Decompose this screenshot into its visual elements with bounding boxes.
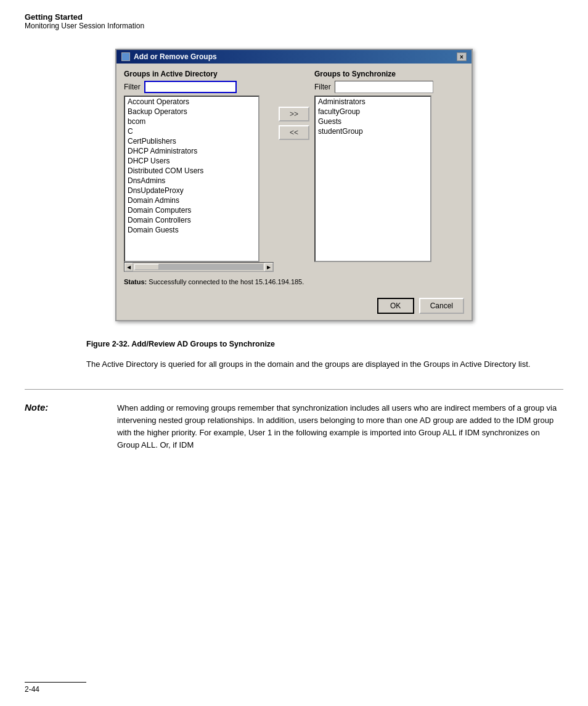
- dialog-body: Groups in Active Directory Filter Accoun…: [116, 64, 472, 293]
- note-label-column: Note:: [25, 402, 99, 452]
- add-remove-groups-dialog: Add or Remove Groups × Groups in Active …: [115, 49, 473, 321]
- list-item[interactable]: Backup Operators: [125, 107, 258, 117]
- dialog-title: Add or Remove Groups: [134, 52, 217, 61]
- list-item[interactable]: Distributed COM Users: [125, 166, 258, 176]
- list-item[interactable]: DHCP Users: [125, 156, 258, 166]
- page-number: 2-44: [25, 685, 39, 694]
- list-item[interactable]: DHCP Administrators: [125, 146, 258, 156]
- list-item[interactable]: DnsAdmins: [125, 176, 258, 186]
- list-item[interactable]: CertPublishers: [125, 136, 258, 146]
- dialog-container: Add or Remove Groups × Groups in Active …: [25, 49, 563, 321]
- right-list-box[interactable]: AdministratorsfacultyGroupGuestsstudentG…: [314, 96, 431, 262]
- note-text: When adding or removing groups remember …: [117, 402, 563, 452]
- move-right-button[interactable]: >>: [279, 107, 309, 121]
- caption-label: Figure 2-32. Add/Review AD Groups to Syn…: [86, 340, 275, 348]
- dialog-columns: Groups in Active Directory Filter Accoun…: [124, 70, 464, 272]
- left-list-box[interactable]: Account OperatorsBackup OperatorsbcomCCe…: [124, 96, 259, 262]
- status-bar: Status: Successfully connected to the ho…: [124, 277, 464, 287]
- list-item[interactable]: Administrators: [316, 97, 430, 107]
- dialog-footer: OK Cancel: [116, 293, 472, 320]
- left-scroll-right-btn[interactable]: ▶: [264, 263, 273, 271]
- right-filter-input[interactable]: [335, 81, 433, 93]
- move-left-button[interactable]: <<: [279, 125, 309, 140]
- status-text: Successfully connected to the host 15.14…: [149, 278, 304, 285]
- figure-caption: Figure 2-32. Add/Review AD Groups to Syn…: [25, 340, 563, 348]
- header-sub-title: Monitoring User Session Information: [25, 22, 563, 30]
- left-filter-label: Filter: [124, 83, 141, 91]
- list-item[interactable]: Domain Guests: [125, 225, 258, 235]
- middle-buttons: >> <<: [279, 70, 309, 140]
- list-item[interactable]: Domain Admins: [125, 195, 258, 205]
- left-scroll-thumb[interactable]: [134, 264, 159, 270]
- left-scroll-track: [134, 264, 263, 270]
- status-label: Status:: [124, 278, 147, 285]
- body-text: The Active Directory is queried for all …: [25, 358, 563, 371]
- cancel-button[interactable]: Cancel: [419, 298, 464, 314]
- list-item[interactable]: Account Operators: [125, 97, 258, 107]
- note-label: Note:: [25, 401, 48, 413]
- right-filter-row: Filter: [314, 81, 464, 93]
- list-item[interactable]: studentGroup: [316, 126, 430, 136]
- dialog-titlebar: Add or Remove Groups ×: [116, 50, 472, 64]
- left-filter-input[interactable]: [144, 81, 237, 93]
- list-item[interactable]: facultyGroup: [316, 107, 430, 117]
- note-section: Note: When adding or removing groups rem…: [25, 389, 563, 452]
- right-filter-label: Filter: [314, 83, 331, 91]
- list-item[interactable]: C: [125, 126, 258, 136]
- list-item[interactable]: DnsUpdateProxy: [125, 186, 258, 195]
- left-scroll-left-btn[interactable]: ◀: [125, 263, 133, 271]
- list-item[interactable]: bcom: [125, 117, 258, 126]
- page-header: Getting Started Monitoring User Session …: [25, 12, 563, 30]
- list-item[interactable]: Domain Controllers: [125, 215, 258, 225]
- left-horizontal-scrollbar[interactable]: ◀ ▶: [124, 262, 274, 272]
- left-panel: Groups in Active Directory Filter Accoun…: [124, 70, 274, 272]
- dialog-close-button[interactable]: ×: [457, 52, 467, 61]
- ok-button[interactable]: OK: [377, 298, 414, 314]
- dialog-title-icon: [121, 52, 130, 61]
- header-bold-title: Getting Started: [25, 12, 563, 22]
- left-filter-row: Filter: [124, 81, 274, 93]
- list-item[interactable]: Domain Computers: [125, 205, 258, 215]
- titlebar-left: Add or Remove Groups: [121, 52, 217, 61]
- left-panel-label: Groups in Active Directory: [124, 70, 274, 78]
- page-footer: 2-44: [25, 682, 86, 694]
- list-item[interactable]: Guests: [316, 117, 430, 126]
- right-panel-label: Groups to Synchronize: [314, 70, 464, 78]
- right-panel: Groups to Synchronize Filter Administrat…: [314, 70, 464, 262]
